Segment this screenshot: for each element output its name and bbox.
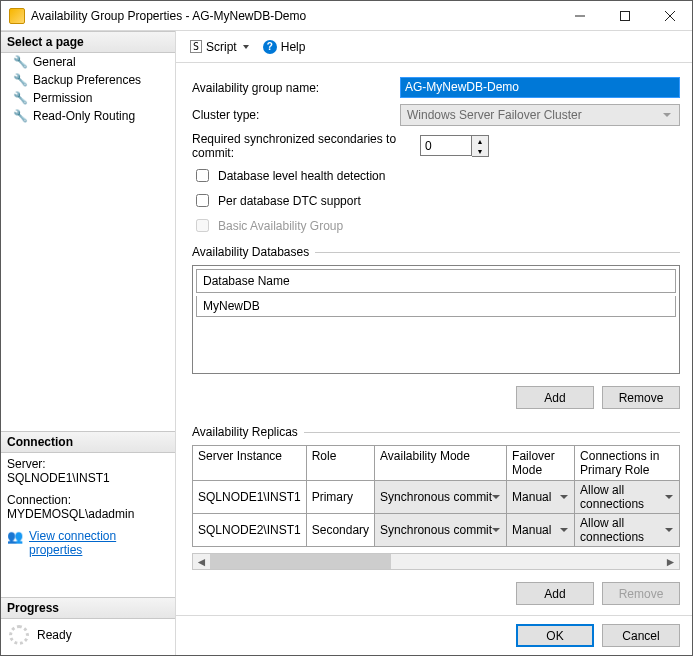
divider: [315, 252, 680, 253]
scroll-thumb[interactable]: [210, 554, 391, 569]
connection-info: Server: SQLNODE1\INST1 Connection: MYDEM…: [1, 453, 175, 561]
progress-status: Ready: [37, 628, 72, 642]
table-row[interactable]: SQLNODE1\INST1 Primary Synchronous commi…: [193, 481, 680, 514]
cell-conn-dropdown[interactable]: Allow all connections: [575, 481, 680, 514]
connection-header: Connection: [1, 431, 175, 453]
wrench-icon: 🔧: [13, 109, 28, 123]
view-connection-properties-link[interactable]: View connection properties: [29, 529, 169, 557]
cell-mode-dropdown[interactable]: Synchronous commit: [375, 481, 507, 514]
wrench-icon: 🔧: [13, 55, 28, 69]
replicas-group-label: Availability Replicas: [192, 425, 298, 439]
spin-down-icon[interactable]: ▼: [472, 146, 488, 156]
req-sync-spinner[interactable]: ▲ ▼: [420, 135, 489, 157]
select-page-header: Select a page: [1, 31, 175, 53]
req-sync-label: Required synchronized secondaries to com…: [192, 132, 420, 160]
sidebar-item-label: General: [33, 55, 76, 69]
cell-server: SQLNODE1\INST1: [193, 481, 307, 514]
help-icon: ?: [263, 40, 277, 54]
close-button[interactable]: [647, 1, 692, 30]
horizontal-scrollbar[interactable]: ◄ ►: [192, 553, 680, 570]
per-db-dtc-checkbox[interactable]: [196, 194, 209, 207]
databases-group-label: Availability Databases: [192, 245, 309, 259]
ag-name-input[interactable]: AG-MyNewDB-Demo: [400, 77, 680, 98]
sidebar-item-label: Read-Only Routing: [33, 109, 135, 123]
ok-button[interactable]: OK: [516, 624, 594, 647]
cluster-type-label: Cluster type:: [192, 108, 400, 122]
replicas-grid[interactable]: Server Instance Role Availability Mode F…: [192, 445, 680, 547]
replicas-add-button[interactable]: Add: [516, 582, 594, 605]
sidebar-item-label: Backup Preferences: [33, 73, 141, 87]
svg-rect-0: [620, 11, 629, 20]
server-value: SQLNODE1\INST1: [7, 471, 169, 485]
toolbar: S Script ? Help: [176, 31, 692, 63]
col-role: Role: [306, 446, 374, 481]
cluster-type-value: Windows Server Failover Cluster: [407, 108, 582, 122]
scroll-right-icon[interactable]: ►: [662, 554, 679, 569]
cell-failover-dropdown[interactable]: Manual: [507, 514, 575, 547]
databases-grid[interactable]: Database Name MyNewDB: [192, 265, 680, 374]
cell-server: SQLNODE2\INST1: [193, 514, 307, 547]
req-sync-input[interactable]: [420, 135, 472, 156]
col-server: Server Instance: [193, 446, 307, 481]
databases-col-name: Database Name: [196, 269, 676, 293]
cell-mode-dropdown[interactable]: Synchronous commit: [375, 514, 507, 547]
db-health-checkbox[interactable]: [196, 169, 209, 182]
script-icon: S: [190, 40, 202, 53]
connection-label: Connection:: [7, 493, 169, 507]
cluster-type-combo: Windows Server Failover Cluster: [400, 104, 680, 126]
help-button[interactable]: ? Help: [259, 38, 310, 56]
table-row[interactable]: SQLNODE2\INST1 Secondary Synchronous com…: [193, 514, 680, 547]
col-failover: Failover Mode: [507, 446, 575, 481]
db-health-label: Database level health detection: [218, 169, 385, 183]
connection-icon: 👥: [7, 529, 23, 544]
server-label: Server:: [7, 457, 169, 471]
sidebar-item-readonly-routing[interactable]: 🔧 Read-Only Routing: [1, 107, 175, 125]
script-label: Script: [206, 40, 237, 54]
cancel-button[interactable]: Cancel: [602, 624, 680, 647]
maximize-button[interactable]: [602, 1, 647, 30]
spin-up-icon[interactable]: ▲: [472, 136, 488, 146]
titlebar: Availability Group Properties - AG-MyNew…: [1, 1, 692, 31]
ag-name-label: Availability group name:: [192, 81, 400, 95]
sidebar-item-label: Permission: [33, 91, 92, 105]
col-conn-primary: Connections in Primary Role: [575, 446, 680, 481]
wrench-icon: 🔧: [13, 91, 28, 105]
per-db-dtc-label: Per database DTC support: [218, 194, 361, 208]
progress-spinner-icon: [9, 625, 29, 645]
sidebar: Select a page 🔧 General 🔧 Backup Prefere…: [1, 31, 176, 655]
main-panel: S Script ? Help Availability group name:…: [176, 31, 692, 655]
dialog-footer: OK Cancel: [176, 615, 692, 655]
progress-header: Progress: [1, 597, 175, 619]
sidebar-item-general[interactable]: 🔧 General: [1, 53, 175, 71]
dialog-window: Availability Group Properties - AG-MyNew…: [0, 0, 693, 656]
help-label: Help: [281, 40, 306, 54]
databases-add-button[interactable]: Add: [516, 386, 594, 409]
scroll-left-icon[interactable]: ◄: [193, 554, 210, 569]
basic-ag-label: Basic Availability Group: [218, 219, 343, 233]
col-mode: Availability Mode: [375, 446, 507, 481]
cell-conn-dropdown[interactable]: Allow all connections: [575, 514, 680, 547]
wrench-icon: 🔧: [13, 73, 28, 87]
chevron-down-icon: [243, 45, 249, 49]
database-name-cell: MyNewDB: [203, 299, 260, 313]
script-button[interactable]: S Script: [186, 38, 253, 56]
app-icon: [9, 8, 25, 24]
minimize-button[interactable]: [557, 1, 602, 30]
progress-status-row: Ready: [1, 619, 175, 655]
cell-role: Primary: [306, 481, 374, 514]
cell-role: Secondary: [306, 514, 374, 547]
connection-value: MYDEMOSQL\adadmin: [7, 507, 169, 521]
sidebar-item-permission[interactable]: 🔧 Permission: [1, 89, 175, 107]
databases-remove-button[interactable]: Remove: [602, 386, 680, 409]
cell-failover-dropdown[interactable]: Manual: [507, 481, 575, 514]
window-title: Availability Group Properties - AG-MyNew…: [31, 9, 557, 23]
basic-ag-checkbox: [196, 219, 209, 232]
divider: [304, 432, 680, 433]
replicas-remove-button: Remove: [602, 582, 680, 605]
table-row[interactable]: MyNewDB: [196, 296, 676, 317]
sidebar-item-backup[interactable]: 🔧 Backup Preferences: [1, 71, 175, 89]
